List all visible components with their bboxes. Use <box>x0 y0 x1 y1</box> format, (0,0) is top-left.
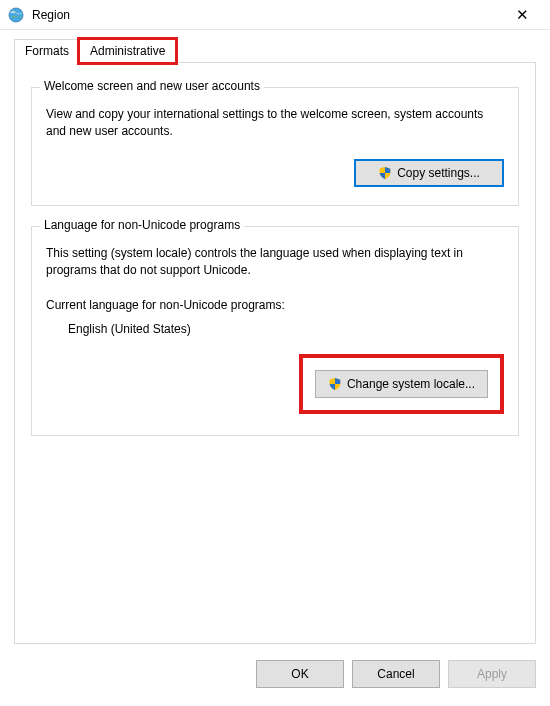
current-language-value: English (United States) <box>68 322 504 336</box>
shield-icon <box>378 166 392 180</box>
group-legend: Language for non-Unicode programs <box>40 218 244 232</box>
group-description: View and copy your international setting… <box>46 106 504 141</box>
globe-icon <box>8 7 24 23</box>
apply-button: Apply <box>448 660 536 688</box>
button-label: Change system locale... <box>347 377 475 391</box>
group-welcome-screen: Welcome screen and new user accounts Vie… <box>31 87 519 206</box>
svg-point-1 <box>11 10 15 13</box>
titlebar: Region ✕ <box>0 0 550 30</box>
tab-formats[interactable]: Formats <box>14 39 80 63</box>
highlight-box: Change system locale... <box>299 354 504 414</box>
tab-strip: Formats Administrative <box>14 38 536 62</box>
tab-panel: Welcome screen and new user accounts Vie… <box>14 62 536 644</box>
ok-button[interactable]: OK <box>256 660 344 688</box>
svg-point-0 <box>9 8 23 22</box>
shield-icon <box>328 377 342 391</box>
group-description: This setting (system locale) controls th… <box>46 245 504 280</box>
close-button[interactable]: ✕ <box>502 0 542 30</box>
group-non-unicode: Language for non-Unicode programs This s… <box>31 226 519 436</box>
cancel-button[interactable]: Cancel <box>352 660 440 688</box>
dialog-content: Formats Administrative Welcome screen an… <box>0 30 550 654</box>
current-language-label: Current language for non-Unicode program… <box>46 298 504 312</box>
tab-administrative[interactable]: Administrative <box>79 39 176 63</box>
button-label: Copy settings... <box>397 166 480 180</box>
dialog-footer: OK Cancel Apply <box>0 654 550 698</box>
change-system-locale-button[interactable]: Change system locale... <box>315 370 488 398</box>
button-row: Copy settings... <box>46 159 504 187</box>
button-row: Change system locale... <box>46 354 504 414</box>
copy-settings-button[interactable]: Copy settings... <box>354 159 504 187</box>
window-title: Region <box>32 8 502 22</box>
group-legend: Welcome screen and new user accounts <box>40 79 264 93</box>
